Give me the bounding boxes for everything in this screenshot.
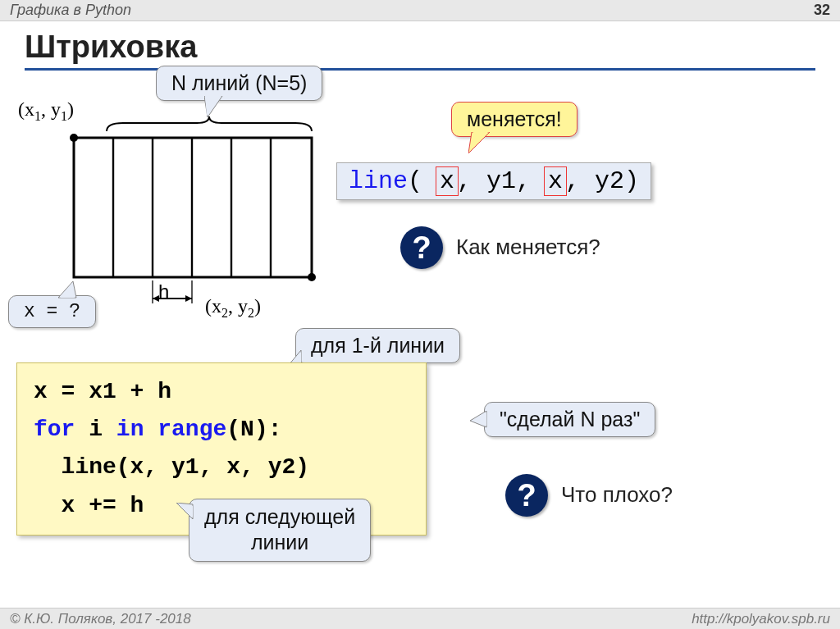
label-h: h	[158, 280, 169, 303]
callout-tail-icon	[176, 503, 194, 521]
question-icon: ?	[505, 474, 548, 517]
question-2: Что плохо?	[561, 482, 673, 508]
svg-point-8	[70, 134, 78, 142]
header-subject: Графика в Python	[10, 2, 131, 19]
header: Графика в Python 32	[0, 0, 840, 21]
question-icon: ?	[400, 226, 443, 269]
hatching-diagram	[41, 112, 320, 317]
svg-marker-12	[185, 295, 192, 302]
highlighted-x2: x	[544, 166, 567, 196]
code-line-call: line( x, y1, x, y2)	[336, 162, 651, 200]
callout-tail-icon	[468, 132, 493, 157]
callout-n-lines: N линий (N=5)	[156, 66, 322, 101]
question-1: Как меняется?	[456, 235, 600, 260]
callout-do-n-times: "сделай N раз"	[484, 402, 655, 437]
callout-changes: меняется!	[451, 102, 578, 137]
callout-x-question: x = ?	[8, 295, 96, 328]
footer-url: http://kpolyakov.spb.ru	[692, 611, 830, 627]
svg-marker-16	[60, 283, 75, 298]
coord-bottom-right: (x2, y2)	[205, 295, 261, 321]
highlighted-x1: x	[436, 166, 459, 196]
svg-point-9	[308, 273, 316, 281]
callout-tail-icon	[58, 281, 81, 299]
page-title: Штриховка	[0, 21, 840, 65]
callout-next-line: для следующей линии	[189, 499, 371, 562]
footer: © К.Ю. Поляков, 2017 -2018 http://kpolya…	[0, 608, 840, 629]
page-number: 32	[814, 2, 830, 19]
callout-tail-icon	[470, 411, 488, 429]
slide-body: N линий (N=5) (x1, y1) h (x2, y2	[0, 71, 840, 612]
callout-first-line: для 1-й линии	[295, 328, 460, 363]
footer-copyright: © К.Ю. Поляков, 2017 -2018	[10, 611, 191, 627]
